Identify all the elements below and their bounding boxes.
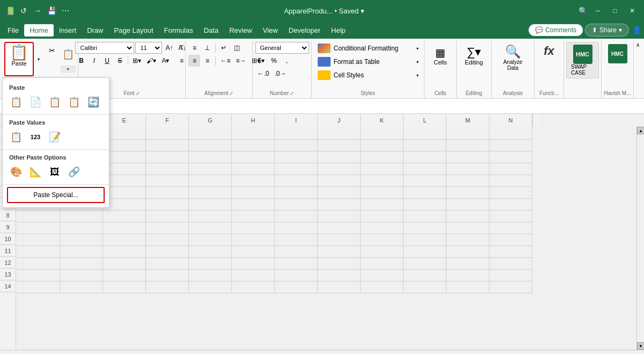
menu-page-layout[interactable]: Page Layout [109, 24, 159, 37]
cell-E13[interactable] [103, 269, 145, 281]
menu-view[interactable]: View [258, 24, 283, 37]
cell-K7[interactable] [360, 198, 403, 210]
cell-L5[interactable] [403, 175, 446, 186]
cell-D11[interactable] [60, 245, 103, 257]
cell-I7[interactable] [274, 198, 317, 210]
cell-N9[interactable] [489, 222, 532, 234]
col-header-E[interactable]: E [103, 114, 146, 127]
cell-H14[interactable] [231, 281, 274, 293]
row-header-9[interactable]: 9 [0, 221, 16, 233]
cell-G11[interactable] [188, 245, 231, 257]
cell-F12[interactable] [145, 257, 188, 269]
menu-file[interactable]: File [2, 24, 24, 37]
paste-option-clipboard[interactable]: 📋 [7, 93, 25, 111]
cell-M12[interactable] [446, 257, 489, 269]
paste-formatting-only[interactable]: 🎨 [7, 163, 25, 181]
col-header-M[interactable]: M [447, 114, 489, 127]
wrap-text-btn[interactable]: ↵ [218, 42, 230, 54]
copy-button[interactable]: 📋 [61, 43, 76, 66]
vertical-scrollbar[interactable]: ▲ ▼ [636, 127, 644, 350]
cell-N11[interactable] [489, 245, 532, 257]
cell-J8[interactable] [317, 210, 360, 222]
cell-I5[interactable] [274, 175, 317, 186]
maximize-btn[interactable]: □ [608, 3, 623, 18]
cell-N14[interactable] [489, 281, 532, 293]
cell-N6[interactable] [489, 186, 532, 198]
cell-E11[interactable] [103, 245, 145, 257]
scroll-track[interactable] [637, 134, 644, 342]
font-family-select[interactable]: Calibri [75, 42, 134, 54]
cell-F1[interactable] [145, 127, 188, 139]
align-center-btn[interactable]: ≡ [188, 55, 200, 67]
close-btn[interactable]: ✕ [625, 3, 640, 18]
cell-K5[interactable] [360, 175, 403, 186]
cell-L6[interactable] [403, 186, 446, 198]
menu-home[interactable]: Home [24, 24, 54, 37]
cell-E12[interactable] [103, 257, 145, 269]
minimize-btn[interactable]: ─ [590, 3, 605, 18]
paste-button[interactable]: 📋 Paste [4, 42, 34, 76]
cell-G2[interactable] [188, 139, 231, 151]
cell-F6[interactable] [145, 186, 188, 198]
cell-D12[interactable] [60, 257, 103, 269]
cell-G12[interactable] [188, 257, 231, 269]
align-bottom-btn[interactable]: ⊥ [201, 42, 213, 54]
cell-F7[interactable] [145, 198, 188, 210]
cell-K10[interactable] [360, 234, 403, 245]
cell-G14[interactable] [188, 281, 231, 293]
number-expand-icon[interactable]: ⤢ [290, 91, 294, 96]
col-header-L[interactable]: L [404, 114, 447, 127]
cell-C14[interactable] [17, 281, 60, 293]
cell-H11[interactable] [231, 245, 274, 257]
cell-M2[interactable] [446, 139, 489, 151]
cell-K11[interactable] [360, 245, 403, 257]
cell-G3[interactable] [188, 151, 231, 163]
paste-picture[interactable]: 🖼 [46, 163, 64, 181]
cell-E10[interactable] [103, 234, 145, 245]
align-top-btn[interactable]: ⊤ [175, 42, 187, 54]
redo-btn[interactable]: → [32, 5, 43, 16]
cell-F10[interactable] [145, 234, 188, 245]
cell-D13[interactable] [60, 269, 103, 281]
ribbon-collapse-btn[interactable]: ∧ [634, 41, 642, 98]
cell-H1[interactable] [231, 127, 274, 139]
formula-input[interactable] [76, 100, 642, 112]
cell-L12[interactable] [403, 257, 446, 269]
cell-N2[interactable] [489, 139, 532, 151]
functi-button[interactable]: fx [540, 42, 558, 60]
cell-M13[interactable] [446, 269, 489, 281]
cell-I13[interactable] [274, 269, 317, 281]
menu-review[interactable]: Review [224, 24, 258, 37]
cell-F9[interactable] [145, 222, 188, 234]
cell-L7[interactable] [403, 198, 446, 210]
cell-J1[interactable] [317, 127, 360, 139]
cell-M7[interactable] [446, 198, 489, 210]
cell-H4[interactable] [231, 163, 274, 175]
cell-J7[interactable] [317, 198, 360, 210]
paste-option-no-borders[interactable]: 📋 [46, 93, 64, 111]
row-header-8[interactable]: 8 [0, 209, 16, 221]
cell-C10[interactable] [17, 234, 60, 245]
cell-K12[interactable] [360, 257, 403, 269]
menu-insert[interactable]: Insert [54, 24, 82, 37]
align-middle-btn[interactable]: ≡ [188, 42, 200, 54]
cell-J9[interactable] [317, 222, 360, 234]
col-header-G[interactable]: G [189, 114, 232, 127]
cell-K6[interactable] [360, 186, 403, 198]
cell-G1[interactable] [188, 127, 231, 139]
cell-L9[interactable] [403, 222, 446, 234]
cell-D9[interactable] [60, 222, 103, 234]
cell-M11[interactable] [446, 245, 489, 257]
search-icon[interactable]: 🔍 [577, 5, 588, 16]
cell-C13[interactable] [17, 269, 60, 281]
comma-btn[interactable]: , [281, 55, 293, 67]
col-header-N[interactable]: N [489, 114, 532, 127]
font-size-select[interactable]: 11 [135, 42, 162, 54]
cell-I1[interactable] [274, 127, 317, 139]
col-header-J[interactable]: J [318, 114, 361, 127]
cell-C9[interactable] [17, 222, 60, 234]
profile-icon[interactable]: 👤 [631, 25, 642, 35]
cells-button[interactable]: ▦ Cells [427, 42, 453, 70]
row-header-13[interactable]: 13 [0, 269, 16, 280]
cell-J6[interactable] [317, 186, 360, 198]
